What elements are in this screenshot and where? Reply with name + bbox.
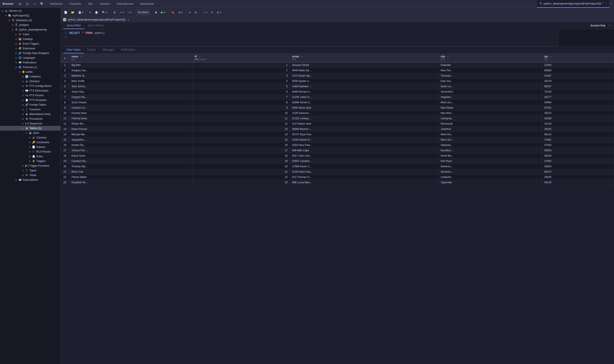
sidebar-item-views[interactable]: ▶ 👁 Views	[0, 173, 60, 178]
sidebar-item-rules[interactable]: ▶ 📋 Rules	[0, 154, 60, 159]
col-zip-edit-icon[interactable]: ✏	[550, 55, 552, 58]
sidebar-item-event-triggers[interactable]: ▶ ⚡ Event Triggers	[0, 41, 60, 46]
sidebar-item-indexes[interactable]: ▶ 📑 Indexes	[0, 145, 60, 149]
toolbar-search-button[interactable]: 🔍 ▾	[100, 9, 109, 16]
col-name-edit-icon[interactable]: ✏	[80, 55, 82, 58]
toolbar-delete-button[interactable]: 🗑	[112, 9, 118, 16]
icon-tree-view[interactable]: ≡	[32, 1, 38, 7]
sidebar-item-subscriptions[interactable]: ▶ 📨 Subscriptions	[0, 178, 60, 182]
col-street-edit-icon[interactable]: ✏	[301, 55, 303, 58]
no-limit-dropdown[interactable]: No limit ▾	[136, 9, 150, 16]
result-tab-explain[interactable]: Explain	[84, 47, 99, 53]
icon-search-browser[interactable]: 🔍	[39, 1, 45, 7]
event-triggers-label: Event Triggers	[23, 42, 39, 45]
th-city[interactable]: city ✏ text	[438, 53, 542, 62]
sidebar-item-extensions[interactable]: ▶ 🧩 Extensions	[0, 46, 60, 51]
cell-id-7: 8	[192, 100, 290, 105]
nav-dependencies[interactable]: Dependencies	[114, 1, 136, 6]
sidebar-item-fts-templates[interactable]: ▶ 📋 FTS Templates	[0, 98, 60, 103]
toolbar-format-button[interactable]: ⇌	[187, 9, 193, 16]
data-table-container[interactable]: ▲ name ✏ text id	[61, 53, 614, 364]
result-tab-messages[interactable]: Messages	[99, 47, 118, 53]
col-city-edit-icon[interactable]: ✏	[447, 55, 449, 58]
toolbar-bookmark-button[interactable]: 🔖	[170, 9, 176, 16]
sidebar-item-tables[interactable]: ▶ ▦ Tables (1)	[0, 126, 60, 130]
sidebar-item-mypostgresql[interactable]: ▶ 🐘 myPostgreSQL	[0, 13, 60, 18]
sidebar-item-types[interactable]: ▶ T Types	[0, 168, 60, 173]
sidebar-item-fts-dicts[interactable]: ▶ 📖 FTS Dictionaries	[0, 88, 60, 93]
toolbar-explain-button[interactable]: ⊞	[193, 9, 198, 16]
icon-table-view[interactable]: ⊟	[24, 1, 30, 7]
nav-properties[interactable]: Properties	[67, 1, 84, 6]
tab-query-history[interactable]: Query History	[84, 22, 107, 29]
sidebar-item-columns[interactable]: ▶ ▤ Columns	[0, 135, 60, 140]
active-query-tab[interactable]: 🔌 python_dataengineering/postgres@myPost…	[537, 0, 610, 8]
sidebar-item-fts-configs[interactable]: ▶ ⚙ FTS Configurations	[0, 84, 60, 88]
sidebar-item-foreign-data-wrappers[interactable]: ▶ 🔗 Foreign Data Wrappers	[0, 51, 60, 55]
sidebar-item-databases[interactable]: ▶ 🗄 Databases (2)	[0, 18, 60, 23]
sidebar-item-servers[interactable]: ▶ 🖧 Servers (1)	[0, 9, 60, 13]
no-limit-label: No limit	[138, 11, 146, 14]
sidebar-item-python-dataengineering[interactable]: ▶ 🗄 python_dataengineering	[0, 27, 60, 32]
extensions-label: Extensions	[23, 47, 35, 50]
cell-zip-1: 80868	[542, 68, 614, 73]
sidebar-item-schemas[interactable]: ▶ 🔷 Schemas (1)	[0, 65, 60, 70]
sidebar-item-rls-policies[interactable]: ▶ 🛡 RLS Policies	[0, 149, 60, 154]
sql-editor[interactable]: 1 SELECT * FROM users; 2	[61, 29, 558, 46]
nav-dependents[interactable]: Dependents	[138, 1, 157, 6]
connection-dropdown-icon[interactable]: ▾	[128, 18, 129, 21]
sidebar-item-postgres[interactable]: ▶ 🗄 postgres	[0, 23, 60, 27]
result-tab-data-output[interactable]: Data Output	[63, 47, 84, 53]
toolbar-open-file-button[interactable]: 📂	[70, 9, 76, 16]
sidebar-item-procedures[interactable]: ▶ ⚙ Procedures	[0, 117, 60, 121]
close-window-button[interactable]: ×	[610, 2, 612, 6]
cell-id-3: 4	[192, 78, 290, 84]
sidebar-item-catalogs[interactable]: ▶ 📚 Catalogs	[0, 37, 60, 41]
col-id-edit-icon[interactable]: ✏	[199, 55, 201, 58]
toolbar-grid-button[interactable]: ⊞ ▾	[177, 9, 184, 16]
sidebar-item-public[interactable]: ▶ 🔶 public	[0, 70, 60, 74]
th-street[interactable]: street ✏ text	[290, 53, 438, 62]
sidebar-item-constraints[interactable]: ▶ 🔑 Constraints	[0, 140, 60, 145]
close-query-tab[interactable]: ×	[605, 2, 607, 5]
sidebar-item-triggers[interactable]: ▶ ⚡ Triggers	[0, 159, 60, 163]
toolbar-run-button[interactable]: ▶ ▾	[159, 9, 167, 16]
col-zip-label: zip	[544, 55, 548, 58]
toolbar-edit-button[interactable]: ✏ ▾	[118, 9, 126, 16]
tab-query-editor[interactable]: Query Editor	[63, 22, 84, 29]
sidebar-item-collations[interactable]: ▶ 🔡 Collations	[0, 74, 60, 79]
scratch-pad-close-button[interactable]: ×	[608, 24, 612, 27]
nav-statistics[interactable]: Statistics	[97, 1, 112, 6]
sidebar-item-functions[interactable]: ▶ ƒ Functions	[0, 107, 60, 112]
sidebar-item-fts-parsers[interactable]: ▶ Aa FTS Parsers	[0, 93, 60, 98]
toolbar-download-button[interactable]: ⬇	[209, 9, 215, 16]
icon-grid[interactable]: ⊞	[17, 1, 23, 7]
sidebar-item-sequences[interactable]: ▶ 1.3 Sequences	[0, 121, 60, 126]
cell-city-22: Taylorville	[438, 180, 542, 185]
chevron-domains: ▶	[21, 79, 25, 83]
sidebar-item-materialized-views[interactable]: ▶ ◉ Materialized Views	[0, 112, 60, 117]
toolbar-more-button[interactable]: ⊞ ▾	[215, 9, 223, 16]
cell-id-17: 18	[192, 153, 290, 158]
sidebar-item-casts[interactable]: ▶ ⚙ Casts	[0, 32, 60, 37]
result-tab-notifications[interactable]: Notifications	[118, 47, 139, 53]
th-name[interactable]: name ✏ text	[69, 53, 192, 62]
th-id[interactable]: id ✏ [PK] integer	[192, 53, 290, 62]
nav-sql[interactable]: SQL	[85, 1, 96, 6]
toolbar-save-file-button[interactable]: 💾 ▾	[76, 9, 85, 16]
th-zip[interactable]: zip ✏ text	[542, 53, 614, 62]
sidebar-item-users-table[interactable]: ▶ ▦ users	[0, 130, 60, 135]
toolbar-copy-button[interactable]: ⎘	[88, 9, 93, 16]
toolbar-commit-button[interactable]: ✓ ▾	[201, 9, 209, 16]
toolbar-new-file-button[interactable]: 📄	[62, 9, 69, 16]
toolbar-filter-button[interactable]: ▽ ▾	[126, 9, 133, 16]
toolbar-paste-button[interactable]: 📋	[93, 9, 100, 16]
sidebar-item-domains[interactable]: ▶ ◈ Domains	[0, 79, 60, 84]
nav-dashboard[interactable]: Dashboard	[47, 1, 65, 6]
sidebar-item-trigger-functions[interactable]: ▶ ⚡ƒ Trigger Functions	[0, 163, 60, 168]
cell-name-11: Robert Mc...	[69, 121, 192, 127]
sidebar-item-publications[interactable]: ▶ 📢 Publications	[0, 60, 60, 65]
sidebar-item-languages[interactable]: ▶ 🌐 Languages	[0, 55, 60, 60]
sidebar-item-foreign-tables[interactable]: ▶ 🔗 Foreign Tables	[0, 103, 60, 107]
toolbar-stop-button[interactable]: ⏹	[153, 9, 159, 16]
